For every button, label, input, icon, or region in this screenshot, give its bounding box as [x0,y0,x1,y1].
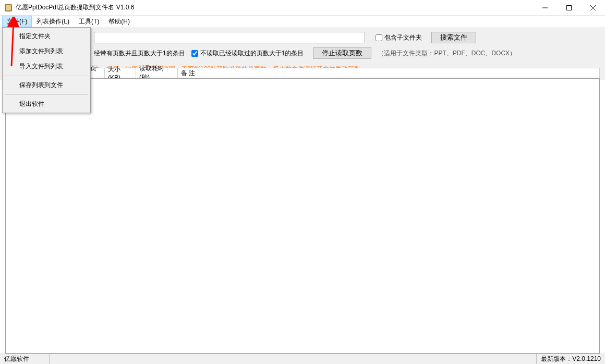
stop-reading-button[interactable]: 停止读取页数 [313,47,371,59]
menu-exit[interactable]: 退出软件 [4,96,89,112]
row2-text-fragment: 经带有页数并且页数大于1的条目 [94,49,185,58]
menu-separator [5,76,88,76]
toolbar-row-2: 经带有页数并且页数大于1的条目 不读取已经读取过的页数大于1的条目 停止读取页数… [5,47,600,59]
search-files-button[interactable]: 搜索文件 [431,32,476,43]
svg-rect-1 [6,5,11,10]
svg-rect-3 [567,6,572,10]
status-left: 亿愿软件 [0,354,50,364]
menubar: 文件(F) 列表操作(L) 工具(T) 帮助(H) [0,16,605,27]
col-read-time[interactable]: 读取耗时(秒) [136,68,178,78]
minimize-button[interactable] [533,0,557,16]
menu-list-ops[interactable]: 列表操作(L) [32,16,74,27]
menu-choose-folder[interactable]: 指定文件夹 [4,29,89,44]
col-remark[interactable]: 备 注 [178,68,600,78]
close-button[interactable] [581,0,605,16]
include-subfolder-checkbox[interactable] [376,34,382,41]
menu-file[interactable]: 文件(F) [2,16,32,27]
status-spacer [50,354,537,364]
toolbar-row-1: 包含子文件夹 搜索文件 [5,31,600,44]
status-right: 最新版本：V2.0.1210 [537,355,605,363]
maximize-button[interactable] [557,0,581,16]
include-subfolder-label: 包含子文件夹 [384,33,422,42]
dont-reread-label: 不读取已经读取过的页数大于1的条目 [200,49,304,58]
folder-path-input[interactable] [94,32,365,43]
menu-separator [5,94,88,95]
statusbar: 亿愿软件 最新版本：V2.0.1210 [0,354,605,364]
col-size-kb[interactable]: 大小(KB) [105,68,136,78]
dont-reread-checkbox[interactable] [191,50,198,57]
filetype-hint: （适用于文件类型：PPT、PDF、DOC、DOCX） [378,49,516,58]
window-controls [533,0,605,15]
app-icon [4,4,13,12]
menu-help[interactable]: 帮助(H) [104,16,135,27]
menu-import-files[interactable]: 导入文件到列表 [4,59,89,74]
table-header: 总页数 大小(KB) 读取耗时(秒) 备 注 [5,68,600,78]
table-body[interactable] [5,78,600,354]
menu-add-files[interactable]: 添加文件到列表 [4,44,89,59]
titlebar: 亿愿PptDocPdf总页数提取到文件名 V1.0.6 [0,0,605,16]
menu-tools[interactable]: 工具(T) [74,16,104,27]
file-menu-dropdown: 指定文件夹 添加文件到列表 导入文件到列表 保存列表到文件 退出软件 [2,27,91,113]
menu-save-list[interactable]: 保存列表到文件 [4,78,89,93]
window-title: 亿愿PptDocPdf总页数提取到文件名 V1.0.6 [16,3,134,12]
